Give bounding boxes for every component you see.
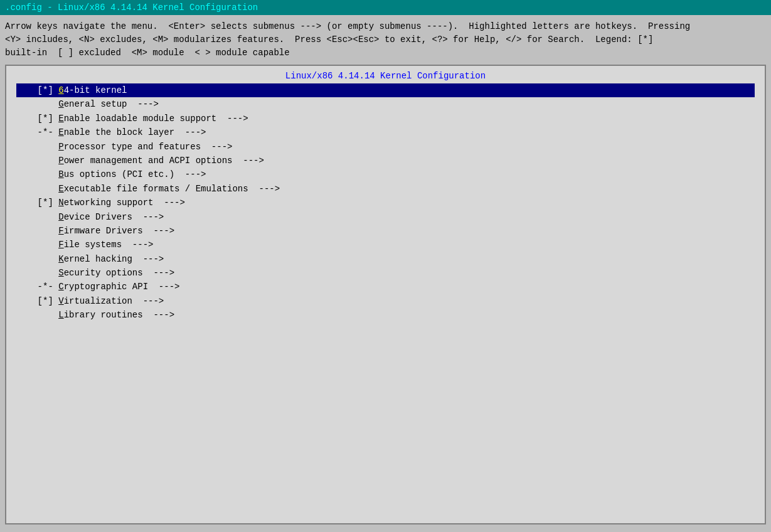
menu-item-text: ibrary routines ---> bbox=[64, 310, 174, 320]
menu-item-text: us options (PCI etc.) ---> bbox=[64, 169, 206, 179]
title-bar: .config - Linux/x86 4.14.14 Kernel Confi… bbox=[0, 0, 771, 15]
menu-item-text: rocessor type and features ---> bbox=[64, 142, 233, 152]
menu-item-loadable-module[interactable]: [*] Enable loadable module support ---> bbox=[16, 112, 755, 125]
menu-item-text: xecutable file formats / Emulations ---> bbox=[64, 184, 280, 194]
menu-item-prefix: [*] bbox=[16, 114, 58, 124]
menu-item-hotkey: K bbox=[58, 254, 63, 264]
menu-item-hotkey: P bbox=[58, 142, 63, 152]
menu-item-prefix: [*] bbox=[16, 198, 58, 208]
menu-item-networking[interactable]: [*] Networking support ---> bbox=[16, 196, 755, 210]
header-text: Arrow keys navigate the menu. <Enter> se… bbox=[5, 20, 766, 60]
menu-item-hotkey: D bbox=[58, 212, 63, 222]
menu-item-text: etworking support ---> bbox=[64, 198, 185, 208]
title-text: .config - Linux/x86 4.14.14 Kernel Confi… bbox=[5, 3, 258, 13]
menu-item-prefix bbox=[16, 240, 58, 250]
menu-item-hotkey: N bbox=[58, 198, 63, 208]
menu-item-text: ower management and ACPI options ---> bbox=[64, 156, 264, 166]
menu-item-hotkey: F bbox=[58, 226, 63, 236]
menu-item-text: ile systems ---> bbox=[64, 240, 154, 250]
menu-title: Linux/x86 4.14.14 Kernel Configuration bbox=[16, 71, 755, 81]
menu-item-bit-kernel[interactable]: [*] 64-bit kernel bbox=[16, 83, 755, 97]
menu-item-text: evice Drivers ---> bbox=[64, 212, 164, 222]
menu-item-file-systems[interactable]: File systems ---> bbox=[16, 238, 755, 252]
menu-item-prefix bbox=[16, 156, 58, 166]
menu-item-text: 4-bit kernel bbox=[64, 85, 127, 95]
menu-box: Linux/x86 4.14.14 Kernel Configuration [… bbox=[5, 65, 766, 524]
menu-item-hotkey: B bbox=[58, 169, 63, 179]
menu-item-processor-type[interactable]: Processor type and features ---> bbox=[16, 140, 755, 154]
menu-item-text: ryptographic API ---> bbox=[64, 282, 180, 292]
menu-item-hotkey: C bbox=[58, 282, 63, 292]
menu-item-bus-options[interactable]: Bus options (PCI etc.) ---> bbox=[16, 168, 755, 181]
menu-item-hotkey: E bbox=[58, 114, 63, 124]
main-container: Arrow keys navigate the menu. <Enter> se… bbox=[0, 15, 771, 529]
footer: <Select>< Exit >< Help >< Save >< Load >… bbox=[0, 529, 771, 532]
menu-item-prefix bbox=[16, 226, 58, 236]
menu-item-hotkey: L bbox=[58, 310, 63, 320]
menu-item-text: ecurity options ---> bbox=[64, 268, 174, 278]
menu-item-prefix bbox=[16, 310, 58, 320]
menu-item-hotkey: E bbox=[58, 184, 63, 194]
menu-item-prefix bbox=[16, 184, 58, 194]
menu-item-hotkey: F bbox=[58, 240, 63, 250]
menu-item-library-routines[interactable]: Library routines ---> bbox=[16, 308, 755, 322]
menu-list: [*] 64-bit kernel General setup ---> [*]… bbox=[16, 83, 755, 322]
menu-item-prefix: -*- bbox=[16, 127, 58, 137]
menu-item-general-setup[interactable]: General setup ---> bbox=[16, 97, 755, 111]
menu-item-power-mgmt[interactable]: Power management and ACPI options ---> bbox=[16, 154, 755, 168]
menu-item-text: nable the block layer ---> bbox=[64, 127, 206, 137]
menu-item-hotkey: P bbox=[58, 156, 63, 166]
menu-item-prefix bbox=[16, 169, 58, 179]
menu-item-text: irmware Drivers ---> bbox=[64, 226, 174, 236]
menu-item-text: eneral setup ---> bbox=[64, 99, 159, 109]
menu-item-prefix: [*] bbox=[16, 85, 58, 95]
menu-item-prefix bbox=[16, 99, 58, 109]
menu-item-hotkey: V bbox=[58, 296, 63, 306]
menu-item-text: ernel hacking ---> bbox=[64, 254, 164, 264]
menu-item-kernel-hacking[interactable]: Kernel hacking ---> bbox=[16, 252, 755, 266]
menu-item-hotkey: G bbox=[58, 99, 63, 109]
menu-item-prefix bbox=[16, 254, 58, 264]
menu-item-hotkey: 6 bbox=[58, 85, 63, 95]
menu-item-firmware-drivers[interactable]: Firmware Drivers ---> bbox=[16, 224, 755, 238]
menu-item-executable-formats[interactable]: Executable file formats / Emulations ---… bbox=[16, 182, 755, 196]
menu-item-hotkey: E bbox=[58, 127, 63, 137]
menu-item-security-options[interactable]: Security options ---> bbox=[16, 266, 755, 280]
menu-item-block-layer[interactable]: -*- Enable the block layer ---> bbox=[16, 125, 755, 139]
menu-item-prefix bbox=[16, 268, 58, 278]
menu-item-hotkey: S bbox=[58, 268, 63, 278]
menu-item-cryptographic-api[interactable]: -*- Cryptographic API ---> bbox=[16, 280, 755, 294]
menu-item-prefix bbox=[16, 142, 58, 152]
menu-item-device-drivers[interactable]: Device Drivers ---> bbox=[16, 210, 755, 224]
menu-item-prefix: [*] bbox=[16, 296, 58, 306]
menu-item-virtualization[interactable]: [*] Virtualization ---> bbox=[16, 294, 755, 308]
menu-item-prefix: -*- bbox=[16, 282, 58, 292]
menu-item-prefix bbox=[16, 212, 58, 222]
menu-item-text: irtualization ---> bbox=[64, 296, 164, 306]
menu-item-text: nable loadable module support ---> bbox=[64, 114, 248, 124]
